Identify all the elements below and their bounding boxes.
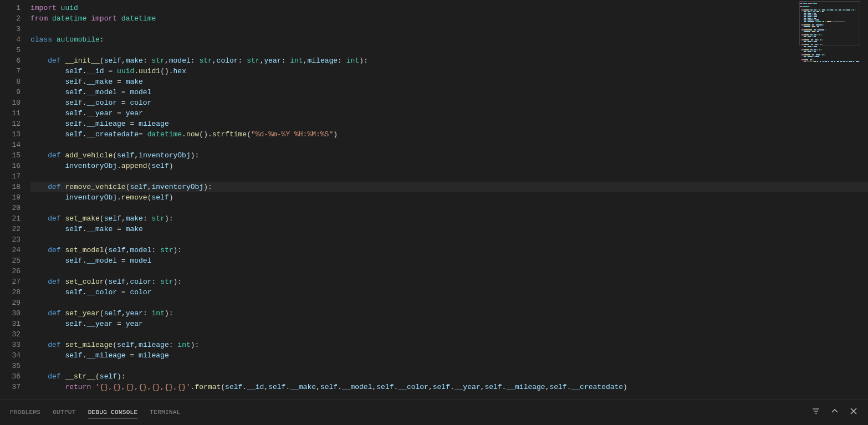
filter-icon[interactable] [811,407,820,418]
line-number[interactable]: 7 [0,66,21,76]
line-number[interactable]: 12 [0,119,21,129]
chevron-up-icon[interactable] [830,407,839,418]
code-line[interactable]: def set_model(self,model: str): [30,245,868,255]
line-number[interactable]: 26 [0,266,21,276]
line-number[interactable]: 21 [0,213,21,224]
panel-actions [811,407,858,418]
code-line[interactable]: self.__make = make [30,224,868,234]
code-line[interactable]: self.__mileage = mileage [30,350,868,361]
code-line[interactable]: import uuid [30,3,868,13]
line-number[interactable]: 34 [0,350,21,361]
close-icon[interactable] [849,407,858,418]
line-number[interactable]: 33 [0,340,21,350]
code-line[interactable]: self.__year = year [30,108,868,119]
line-number[interactable]: 13 [0,129,21,140]
code-line[interactable] [30,361,868,371]
panel-tab-output[interactable]: OUTPUT [53,407,75,418]
code-line[interactable]: class automobile: [30,34,868,45]
code-line[interactable]: def __str__(self): [30,371,868,382]
code-line[interactable]: def add_vehicle(self,inventoryObj): [30,150,868,161]
code-line[interactable]: from datetime import datetime [30,13,868,24]
code-line[interactable]: self.__model = model [30,255,868,266]
code-line[interactable] [30,171,868,182]
code-line[interactable] [30,24,868,34]
panel-tabs: PROBLEMSOUTPUTDEBUG CONSOLETERMINAL [10,407,181,418]
line-number[interactable]: 16 [0,161,21,171]
line-number[interactable]: 17 [0,171,21,182]
code-line[interactable] [30,266,868,276]
code-line[interactable]: self.__make = make [30,76,868,87]
line-number[interactable]: 10 [0,98,21,108]
code-line[interactable]: self.__year = year [30,319,868,329]
line-number[interactable]: 9 [0,87,21,98]
line-number[interactable]: 30 [0,308,21,319]
line-number[interactable]: 15 [0,150,21,161]
line-number-gutter[interactable]: 1234567891011121314151617181920212223242… [0,0,30,399]
line-number[interactable]: 20 [0,203,21,213]
line-number[interactable]: 14 [0,140,21,150]
code-editor[interactable]: import uuidfrom datetime import datetime… [30,0,868,399]
code-line[interactable]: self.__color = color [30,98,868,108]
line-number[interactable]: 25 [0,255,21,266]
bottom-panel: PROBLEMSOUTPUTDEBUG CONSOLETERMINAL [0,399,868,425]
line-number[interactable]: 29 [0,298,21,308]
line-number[interactable]: 31 [0,319,21,329]
line-number[interactable]: 8 [0,76,21,87]
line-number[interactable]: 23 [0,234,21,245]
line-number[interactable]: 1 [0,3,21,13]
line-number[interactable]: 19 [0,192,21,203]
line-number[interactable]: 11 [0,108,21,119]
code-line[interactable]: inventoryObj.append(self) [30,161,868,171]
line-number[interactable]: 36 [0,371,21,382]
line-number[interactable]: 35 [0,361,21,371]
line-number[interactable]: 4 [0,34,21,45]
code-line[interactable] [30,329,868,340]
line-number[interactable]: 18 [0,182,21,192]
line-number[interactable]: 27 [0,276,21,287]
code-line[interactable]: def set_make(self,make: str): [30,213,868,224]
code-line[interactable] [30,45,868,55]
line-number[interactable]: 5 [0,45,21,55]
line-number[interactable]: 24 [0,245,21,255]
code-line[interactable]: self.__id = uuid.uuid1().hex [30,66,868,76]
code-line[interactable] [30,234,868,245]
panel-tab-problems[interactable]: PROBLEMS [10,407,40,418]
code-line[interactable]: def set_year(self,year: int): [30,308,868,319]
code-line[interactable]: self.__createdate= datetime.now().strfti… [30,129,868,140]
code-line[interactable] [30,298,868,308]
editor-container: 1234567891011121314151617181920212223242… [0,0,868,399]
code-line[interactable]: def remove_vehicle(self,inventoryObj): [30,182,868,192]
line-number[interactable]: 3 [0,24,21,34]
line-number[interactable]: 6 [0,55,21,66]
line-number[interactable]: 28 [0,287,21,298]
code-line[interactable]: return '{},{},{},{},{},{},{}'.format(sel… [30,382,868,392]
panel-tab-terminal[interactable]: TERMINAL [150,407,180,418]
code-line[interactable]: self.__model = model [30,87,868,98]
code-line[interactable] [30,203,868,213]
code-line[interactable]: inventoryObj.remove(self) [30,192,868,203]
code-line[interactable]: def set_color(self,color: str): [30,276,868,287]
code-line[interactable]: def __init__(self,make: str,model: str,c… [30,55,868,66]
code-line[interactable]: self.__mileage = mileage [30,119,868,129]
code-line[interactable]: def set_mileage(self,mileage: int): [30,340,868,350]
panel-tab-debug-console[interactable]: DEBUG CONSOLE [88,407,138,418]
code-line[interactable] [30,140,868,150]
line-number[interactable]: 2 [0,13,21,24]
line-number[interactable]: 37 [0,382,21,392]
line-number[interactable]: 32 [0,329,21,340]
line-number[interactable]: 22 [0,224,21,234]
code-line[interactable]: self.__color = color [30,287,868,298]
